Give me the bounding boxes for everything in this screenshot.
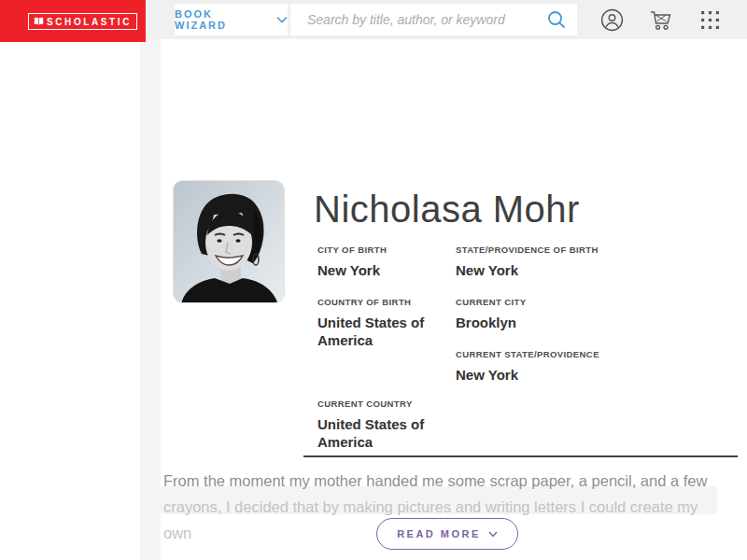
search-bar [290, 4, 577, 35]
field-label: COUNTRY OF BIRTH [317, 297, 450, 307]
sidebar [0, 42, 140, 560]
field-country-of-birth: COUNTRY OF BIRTH United States of Americ… [317, 297, 450, 349]
cart-button[interactable] [649, 8, 674, 32]
read-more-label: READ MORE [397, 528, 481, 539]
chevron-down-icon [276, 16, 288, 23]
account-button[interactable] [600, 8, 624, 32]
book-wizard-label: BOOK WIZARD [175, 8, 269, 31]
cart-icon [649, 8, 674, 32]
chevron-down-icon [488, 531, 498, 538]
bio-divider [303, 455, 738, 457]
bio-line-1: From the moment my mother handed me some… [163, 468, 724, 494]
field-value: New York [317, 261, 450, 279]
field-label: CURRENT STATE/PROVIDENCE [456, 349, 614, 359]
search-input[interactable] [290, 4, 536, 35]
field-label: CITY OF BIRTH [317, 245, 450, 255]
scholastic-logo-text: SCHOLASTIC [47, 17, 132, 27]
read-more-button[interactable]: READ MORE [376, 518, 518, 550]
field-value: United States of America [317, 314, 450, 349]
grid-icon [700, 10, 720, 30]
author-name-heading: Nicholasa Mohr [314, 189, 580, 231]
book-logo-icon [34, 17, 44, 26]
scholastic-logo-frame: SCHOLASTIC [28, 13, 137, 30]
scholastic-logo[interactable]: SCHOLASTIC [0, 0, 146, 42]
search-button[interactable] [536, 4, 577, 35]
apps-grid-button[interactable] [700, 10, 720, 30]
search-icon [546, 9, 567, 30]
field-current-country: CURRENT COUNTRY United States of America [317, 399, 450, 451]
field-label: CURRENT CITY [456, 297, 614, 307]
field-value: United States of America [317, 415, 450, 451]
field-value: Brooklyn [456, 314, 614, 331]
field-state-of-birth: STATE/PROVIDENCE OF BIRTH New York [456, 245, 614, 279]
field-city-of-birth: CITY OF BIRTH New York [317, 245, 450, 279]
content-gutter [140, 39, 161, 560]
author-photo [173, 180, 285, 303]
field-label: STATE/PROVIDENCE OF BIRTH [456, 245, 614, 255]
field-value: New York [456, 261, 614, 279]
field-current-state: CURRENT STATE/PROVIDENCE New York [456, 349, 614, 384]
field-current-city: CURRENT CITY Brooklyn [456, 297, 614, 331]
field-value: New York [456, 366, 614, 384]
field-label: CURRENT COUNTRY [317, 399, 450, 409]
book-wizard-dropdown[interactable]: BOOK WIZARD [175, 4, 288, 35]
account-icon [600, 8, 624, 32]
